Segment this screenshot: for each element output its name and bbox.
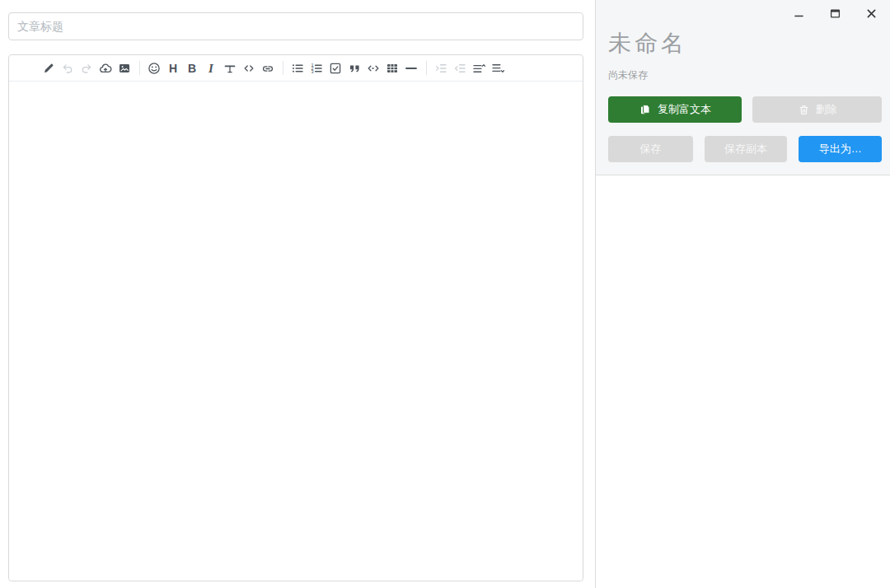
side-panel: 未命名 尚未保存 复制富文本 删除 保存 保存副本 [595, 0, 890, 588]
minimize-icon[interactable] [793, 7, 805, 20]
ordered-list-icon[interactable]: 123 [310, 62, 323, 75]
trash-icon [798, 104, 810, 116]
upload-icon[interactable] [99, 62, 112, 75]
maximize-icon[interactable] [829, 7, 841, 20]
export-button[interactable]: 导出为… [799, 136, 882, 162]
delete-label: 删除 [816, 102, 837, 117]
article-title-input[interactable] [8, 12, 583, 40]
image-icon[interactable] [118, 62, 131, 75]
toolbar-separator [426, 61, 427, 75]
copy-icon [639, 103, 652, 116]
action-row-1: 复制富文本 删除 [608, 96, 882, 123]
horizontal-rule-icon[interactable] [405, 62, 418, 75]
indent-icon[interactable] [434, 62, 447, 75]
window-controls [608, 0, 882, 20]
link-icon[interactable] [261, 62, 274, 75]
insert-after-icon[interactable] [491, 62, 504, 75]
save-button[interactable]: 保存 [608, 136, 693, 162]
export-label: 导出为… [819, 142, 862, 156]
action-row-2: 保存 保存副本 导出为… [608, 136, 882, 162]
delete-button[interactable]: 删除 [752, 96, 882, 123]
markdown-editor: HBI123 [8, 54, 583, 581]
svg-text:3: 3 [312, 68, 314, 73]
redo-icon[interactable] [80, 62, 93, 75]
task-list-icon[interactable] [329, 62, 342, 75]
editor-toolbar: HBI123 [9, 55, 583, 82]
italic-icon[interactable]: I [204, 62, 218, 75]
strikethrough-icon[interactable] [223, 62, 237, 75]
save-status-text: 尚未保存 [608, 68, 882, 82]
table-icon[interactable] [386, 62, 399, 75]
copy-rich-text-label: 复制富文本 [658, 102, 711, 117]
toolbar-separator [139, 61, 140, 75]
close-icon[interactable] [865, 7, 878, 20]
inline-code-icon[interactable] [242, 62, 255, 75]
heading-icon[interactable]: H [166, 62, 180, 75]
editor-pane: HBI123 [0, 0, 595, 588]
insert-before-icon[interactable] [472, 62, 485, 75]
undo-icon[interactable] [61, 62, 74, 75]
unordered-list-icon[interactable] [291, 62, 304, 75]
save-copy-label: 保存副本 [724, 142, 767, 156]
toolbar-separator [283, 61, 283, 75]
editor-content-area[interactable] [9, 82, 583, 581]
quote-icon[interactable] [348, 62, 361, 75]
copy-rich-text-button[interactable]: 复制富文本 [608, 96, 742, 123]
code-block-icon[interactable] [367, 62, 380, 75]
emoji-icon[interactable] [148, 62, 161, 75]
save-copy-button[interactable]: 保存副本 [705, 136, 788, 162]
outdent-icon[interactable] [453, 62, 466, 75]
edit-icon[interactable] [42, 62, 55, 75]
save-label: 保存 [639, 142, 661, 156]
document-info-header: 未命名 尚未保存 复制富文本 删除 保存 保存副本 [596, 0, 890, 175]
document-title: 未命名 [608, 30, 882, 58]
bold-icon[interactable]: B [185, 62, 199, 75]
